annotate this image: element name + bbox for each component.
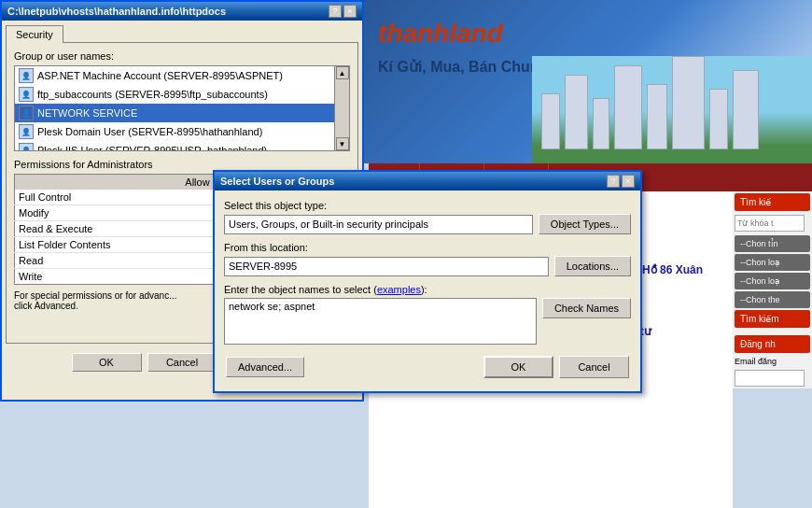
close-button[interactable]: × xyxy=(343,5,357,18)
email-label: Email đăng xyxy=(733,355,812,368)
tinh-select[interactable]: --Chon tỉn xyxy=(735,235,810,252)
user-icon-plesk1: 👤 xyxy=(19,124,34,139)
user-name-plesk1: Plesk Domain User (SERVER-8995\hathanhla… xyxy=(37,126,262,137)
special-text1: For special permissions or for advanc... xyxy=(14,290,177,301)
user-icon-aspnet: 👤 xyxy=(19,68,34,83)
tab-security[interactable]: Security xyxy=(6,25,63,43)
security-ok-btn[interactable]: OK xyxy=(72,353,142,372)
special-text2: click Advanced. xyxy=(14,301,78,311)
user-name-aspnet: ASP.NET Machine Account (SERVER-8995\ASP… xyxy=(37,70,283,81)
website-right-sidebar: Tìm kiế --Chon tỉn --Chon loạ --Chon loạ… xyxy=(733,191,812,388)
scrollbar-down[interactable]: ▼ xyxy=(336,137,349,150)
location-label: From this location: xyxy=(224,242,631,253)
user-icon-plesk2: 👤 xyxy=(19,143,34,151)
ok-cancel-group: OK Cancel xyxy=(483,356,629,378)
website-logo-area: thanhland Kí Gửi, Mua, Bán Chung Cư xyxy=(369,9,812,163)
users-scrollbar[interactable]: ▲ ▼ xyxy=(334,66,349,150)
website-logo: thanhland xyxy=(369,9,812,58)
buildings-image xyxy=(532,56,812,163)
user-item-plesk2[interactable]: 👤 Plesk IIS User (SERVER-8995\USR_hathan… xyxy=(15,141,349,151)
search-btn2[interactable]: Tìm kiếm xyxy=(735,310,810,328)
select-dialog-title: Select Users or Groups xyxy=(220,176,334,187)
user-name-network: NETWORK SERVICE xyxy=(37,107,137,119)
location-row: Locations... xyxy=(224,256,631,276)
keyword-input[interactable] xyxy=(735,215,805,232)
loa2-select[interactable]: --Chon loạ xyxy=(735,273,810,289)
user-icon-network: 👤 xyxy=(19,106,34,120)
names-label: Enter the object names to select (exampl… xyxy=(224,284,631,295)
names-textarea[interactable]: network se; aspnet xyxy=(224,298,537,345)
permissions-label: Permissions for Administrators xyxy=(14,159,350,170)
security-titlebar: C:\Inetpub\vhosts\hathanhland.info\httpd… xyxy=(2,2,362,21)
select-bottom-btns: Advanced... OK Cancel xyxy=(224,352,631,382)
location-input[interactable] xyxy=(224,257,549,276)
security-tabs: Security xyxy=(2,21,362,42)
help-button[interactable]: ? xyxy=(329,5,342,18)
select-help-button[interactable]: ? xyxy=(607,175,620,188)
check-names-button[interactable]: Check Names xyxy=(542,298,631,318)
names-row: network se; aspnet Check Names xyxy=(224,298,631,345)
select-cancel-button[interactable]: Cancel xyxy=(559,356,629,378)
locations-button[interactable]: Locations... xyxy=(554,256,631,276)
select-dialog-titlebar: Select Users or Groups ? × xyxy=(215,172,640,190)
select-dialog-body: Select this object type: Object Types...… xyxy=(215,190,640,391)
register-btn[interactable]: Đăng nh xyxy=(735,335,810,353)
object-types-button[interactable]: Object Types... xyxy=(539,214,631,234)
titlebar-buttons: ? × xyxy=(327,5,357,18)
object-type-label: Select this object type: xyxy=(224,200,631,211)
select-ok-button[interactable]: OK xyxy=(483,356,553,378)
user-name-ftp: ftp_subaccounts (SERVER-8995\ftp_subacco… xyxy=(37,89,268,100)
user-item-ftp[interactable]: 👤 ftp_subaccounts (SERVER-8995\ftp_subac… xyxy=(15,85,349,104)
scrollbar-up[interactable]: ▲ xyxy=(336,66,349,79)
perm-col-name xyxy=(19,176,169,189)
users-list[interactable]: 👤 ASP.NET Machine Account (SERVER-8995\A… xyxy=(14,65,350,151)
select-titlebar-buttons: ? × xyxy=(605,175,635,188)
select-users-dialog: Select Users or Groups ? × Select this o… xyxy=(213,170,642,393)
select-close-button[interactable]: × xyxy=(622,175,635,188)
email-input[interactable] xyxy=(735,370,805,387)
security-cancel-btn[interactable]: Cancel xyxy=(147,353,217,372)
loa1-select[interactable]: --Chon loạ xyxy=(735,254,810,271)
security-dialog-title: C:\Inetpub\vhosts\hathanhland.info\httpd… xyxy=(7,6,226,17)
group-label: Group or user names: xyxy=(14,50,350,62)
object-type-input[interactable] xyxy=(224,215,533,234)
user-icon-ftp: 👤 xyxy=(19,87,34,102)
object-type-row: Object Types... xyxy=(224,214,631,234)
examples-link[interactable]: examples xyxy=(377,284,421,295)
user-item-network[interactable]: 👤 NETWORK SERVICE xyxy=(15,104,349,122)
user-item-aspnet[interactable]: 👤 ASP.NET Machine Account (SERVER-8995\A… xyxy=(15,66,349,85)
search-button-sidebar[interactable]: Tìm kiế xyxy=(735,193,810,211)
user-name-plesk2: Plesk IIS User (SERVER-8995\USR_hathanhl… xyxy=(37,145,267,151)
select-advanced-button[interactable]: Advanced... xyxy=(226,357,304,377)
user-item-plesk1[interactable]: 👤 Plesk Domain User (SERVER-8995\hathanh… xyxy=(15,122,349,141)
the-select[interactable]: --Chon the xyxy=(735,291,810,308)
